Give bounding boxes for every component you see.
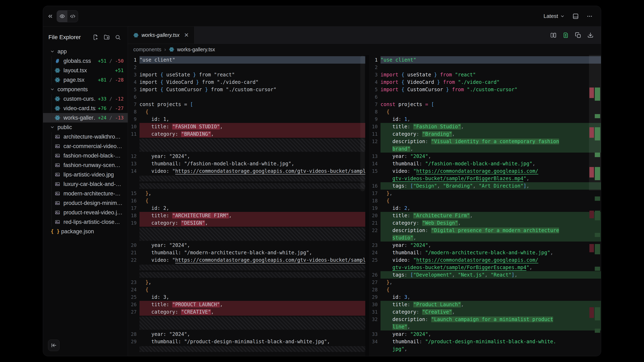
code-line[interactable]: 9 id: 1, — [369, 115, 601, 123]
code-line[interactable]: 29 id: 3, — [369, 294, 601, 301]
code-line[interactable]: 20 year: "2024", — [128, 242, 365, 249]
tree-file-page.tsx[interactable]: page.tsx+81 / -28 — [43, 75, 128, 85]
code-line[interactable]: 22 description: "Digital presence for a … — [369, 227, 601, 234]
code-line[interactable]: 22 video: "https://commondatastorage.goo… — [128, 256, 365, 264]
code-line[interactable]: 17 id: 2, — [128, 204, 365, 212]
code-line[interactable]: 1"use client" — [128, 56, 365, 64]
tree-file-product-reveal-video.j-[interactable]: product-reveal-video.j… — [43, 208, 128, 217]
code-line[interactable]: 10 title: "FASHION STUDIO", — [128, 123, 365, 130]
breadcrumb-folder[interactable]: components — [133, 46, 161, 52]
code-line[interactable]: 5import { CustomCursor } from "./custom-… — [369, 86, 601, 93]
code-line[interactable]: 6 — [369, 93, 601, 101]
code-line[interactable]: 3import { useState } from "react" — [128, 71, 365, 78]
scrollbar-thumb[interactable] — [360, 56, 365, 191]
tree-file-car-commercial-video-[interactable]: car-commercial-video… — [43, 141, 128, 151]
code-line[interactable]: 11 category: "Branding", — [369, 130, 601, 138]
search-icon[interactable] — [115, 34, 121, 40]
code-line[interactable]: 23 }, — [128, 279, 365, 286]
tree-folder-components[interactable]: components — [43, 85, 128, 94]
code-line[interactable]: 34 thumbnail: "/product-design-minimalis… — [369, 338, 601, 345]
code-line[interactable]: 24 thumbnail: "/modern-architecture-blac… — [369, 249, 601, 256]
code-line[interactable]: 5import { CustomCursor } from "./custom-… — [128, 86, 365, 93]
tree-file-works-galler-[interactable]: works-galler…+24 / -13 — [43, 113, 128, 122]
tree-file-red-lips-artistic-close-[interactable]: red-lips-artistic-close… — [43, 217, 128, 227]
code-line[interactable]: 20 title: "Architecture Firm", — [369, 212, 601, 219]
tree-file-architecture-walkthro-[interactable]: architecture-walkthro… — [43, 132, 128, 141]
code-line[interactable]: 7const projects = [ — [369, 101, 601, 108]
code-line[interactable]: 21 category: "Web Design", — [369, 219, 601, 227]
tree-file-modern-architecture-[interactable]: modern-architecture-… — [43, 189, 128, 198]
code-line[interactable]: 27 category: "CREATIVE", — [128, 308, 365, 316]
code-line[interactable]: 25 video: "https://commondatastorage.goo… — [369, 256, 601, 264]
code-line[interactable]: 18 { — [369, 197, 601, 204]
code-line[interactable]: 7const projects = [ — [128, 101, 365, 108]
code-line[interactable]: studio", — [369, 234, 601, 242]
copy-icon[interactable] — [575, 32, 581, 38]
code-line[interactable]: 17 }, — [369, 190, 601, 197]
code-line[interactable]: 12 description: "Visual identity for a c… — [369, 138, 601, 145]
file-diff-icon[interactable] — [562, 32, 569, 38]
breadcrumb-file[interactable]: works-gallery.tsx — [177, 46, 215, 52]
tree-file-layout.tsx[interactable]: layout.tsx+51 — [43, 66, 128, 75]
download-icon[interactable] — [587, 32, 594, 38]
code-line[interactable]: 28 { — [369, 286, 601, 294]
split-view-icon[interactable] — [550, 32, 556, 38]
diff-overview-ruler[interactable] — [589, 55, 601, 356]
code-line[interactable]: 4import { VideoCard } from "./video-card… — [369, 78, 601, 86]
code-line[interactable]: 10 title: "Fashion Studio", — [369, 123, 601, 130]
code-line[interactable]: line", — [369, 323, 601, 331]
code-line[interactable]: brand", — [369, 145, 601, 153]
pane-divider[interactable] — [365, 55, 369, 356]
code-line[interactable]: 3import { useState } from "react" — [369, 71, 601, 78]
preview-toggle-button[interactable] — [57, 10, 67, 22]
panel-bottom-icon[interactable] — [572, 13, 579, 19]
code-line[interactable]: 16 { — [128, 197, 365, 204]
code-line[interactable]: 11 category: "BRANDING", — [128, 130, 365, 138]
code-line[interactable]: 16 tags: ["Design", "Branding", "Art Dir… — [369, 182, 601, 190]
code-line[interactable]: 30 title: "Product Launch", — [369, 301, 601, 308]
tree-file-fashion-runway-scen-[interactable]: fashion-runway-scen… — [43, 160, 128, 170]
code-line[interactable]: 14 thumbnail: "/fashion-model-black-and-… — [369, 160, 601, 167]
code-line[interactable]: 28 year: "2024", — [128, 331, 365, 338]
code-line[interactable]: 26 title: "PRODUCT LAUNCH", — [128, 301, 365, 308]
code-line[interactable]: 29 thumbnail: "/product-design-minimalis… — [128, 338, 365, 345]
code-line[interactable]: 12 year: "2024", — [128, 153, 365, 160]
tree-file-fashion-model-black-[interactable]: fashion-model-black-… — [43, 151, 128, 160]
code-line[interactable]: 13 year: "2024", — [369, 153, 601, 160]
tree-file-product-design-minim-[interactable]: product-design-minim… — [43, 198, 128, 208]
code-line[interactable]: 1"use client" — [369, 56, 601, 64]
code-line[interactable]: 33 year: "2024", — [369, 331, 601, 338]
code-line[interactable]: 15 video: "https://commondatastorage.goo… — [369, 167, 601, 175]
tree-file-video-card.tsx[interactable]: video-card.tsx+76 / -27 — [43, 104, 128, 113]
tree-folder-public[interactable]: public — [43, 122, 128, 132]
code-line[interactable]: 14 video: "https://commondatastorage.goo… — [128, 167, 365, 175]
code-line[interactable]: 15 }, — [128, 190, 365, 197]
code-line[interactable]: 19 id: 2, — [369, 204, 601, 212]
tree-file-globals.css[interactable]: #globals.css+51 / -50 — [43, 56, 128, 66]
collapse-sidebar-button[interactable] — [48, 340, 60, 351]
code-line[interactable]: 2 — [369, 64, 601, 71]
code-line[interactable]: 27 }, — [369, 279, 601, 286]
code-line[interactable]: 2 — [128, 64, 365, 71]
tree-folder-app[interactable]: app — [43, 47, 128, 56]
code-line[interactable]: 8 { — [369, 108, 601, 115]
chevrons-left-icon[interactable] — [47, 13, 53, 19]
code-line[interactable]: 19 category: "DESIGN", — [128, 219, 365, 227]
code-toggle-button[interactable] — [67, 10, 78, 22]
code-line[interactable]: 18 title: "ARCHITECTURE FIRM", — [128, 212, 365, 219]
code-line[interactable]: 9 id: 1, — [128, 115, 365, 123]
code-line[interactable]: gtv-videos-bucket/sample/ForBiggerBlazes… — [369, 175, 601, 182]
code-line[interactable]: 31 category: "Creative", — [369, 308, 601, 316]
code-line[interactable]: 13 thumbnail: "/fashion-model-black-and-… — [128, 160, 365, 167]
tree-file-luxury-car-black-and-[interactable]: luxury-car-black-and-… — [43, 179, 128, 189]
close-icon[interactable]: ✕ — [184, 32, 189, 38]
new-folder-icon[interactable] — [104, 34, 110, 40]
code-line[interactable]: 32 description: "Launch campaign for a m… — [369, 316, 601, 323]
tab-works-gallery[interactable]: works-gallery.tsx ✕ — [128, 26, 194, 44]
version-dropdown[interactable]: Latest — [544, 13, 565, 19]
code-line[interactable]: jpg", — [369, 345, 601, 353]
tree-file-package.json[interactable]: { }package.json — [43, 227, 128, 236]
ellipsis-icon[interactable] — [586, 13, 593, 19]
code-line[interactable]: 6 — [128, 93, 365, 101]
code-line[interactable]: 4import { VideoCard } from "./video-card… — [128, 78, 365, 86]
